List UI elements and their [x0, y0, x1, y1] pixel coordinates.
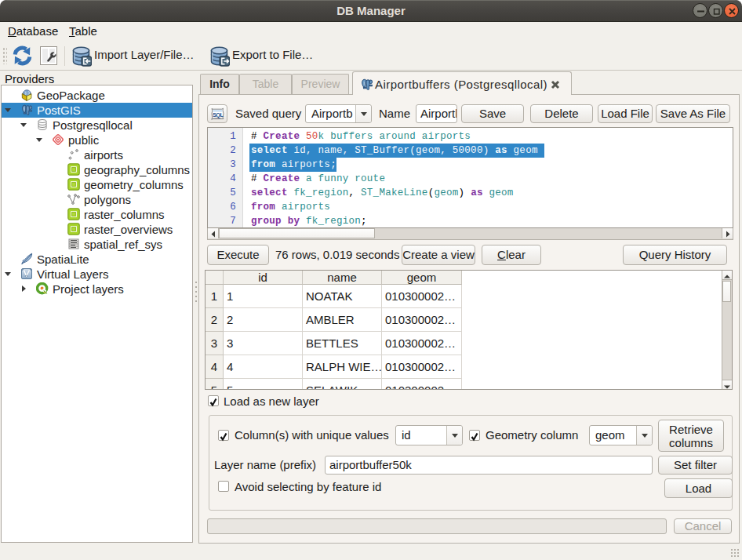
- svg-text:SQL: SQL: [213, 111, 224, 118]
